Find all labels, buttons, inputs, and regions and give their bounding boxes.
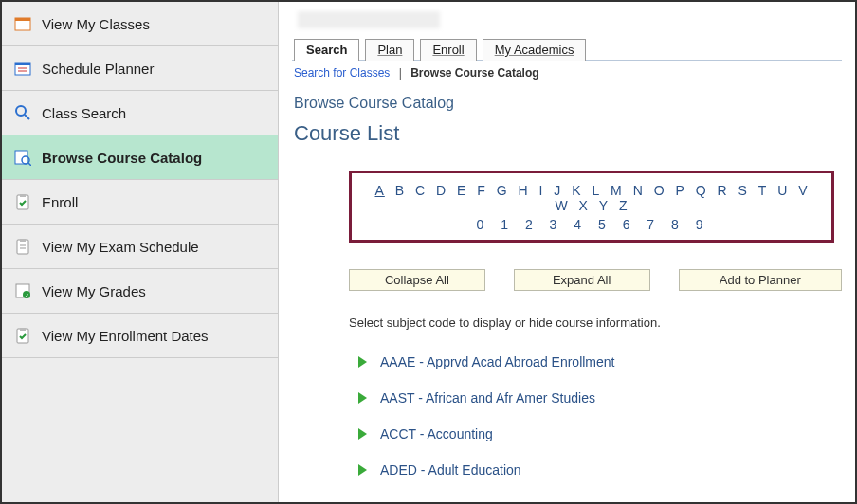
alpha-letter-Y[interactable]: Y [596, 198, 611, 213]
alpha-letter-X[interactable]: X [576, 198, 592, 213]
grades-icon: ✓ [13, 281, 32, 300]
alpha-letter-M[interactable]: M [608, 183, 626, 198]
svg-rect-20 [17, 329, 28, 343]
subject-row: AAST - African and Afr Amer Studies [358, 390, 842, 405]
subject-row: ADED - Adult Education [358, 462, 842, 477]
alpha-digit-7[interactable]: 7 [644, 217, 661, 232]
calendar-icon [13, 14, 32, 33]
sidebar-item-enroll[interactable]: Enroll [2, 180, 278, 225]
expand-triangle-icon[interactable] [358, 356, 367, 368]
svg-rect-14 [20, 239, 26, 242]
expand-triangle-icon[interactable] [358, 392, 367, 404]
sidebar-item-label: View My Grades [42, 283, 146, 299]
alpha-letter-W[interactable]: W [552, 198, 571, 213]
sidebar-item-view-my-grades[interactable]: ✓View My Grades [2, 269, 278, 314]
svg-rect-1 [15, 18, 30, 21]
alpha-digit-8[interactable]: 8 [668, 217, 685, 232]
alpha-digits: 0 1 2 3 4 5 6 7 8 9 [363, 217, 820, 232]
alpha-letter-B[interactable]: B [392, 183, 408, 198]
sidebar-item-label: Enroll [42, 194, 78, 210]
svg-rect-21 [20, 328, 26, 331]
alpha-digit-5[interactable]: 5 [595, 217, 612, 232]
alpha-letter-K[interactable]: K [569, 183, 584, 198]
subject-link[interactable]: ACCT - Accounting [380, 426, 493, 441]
svg-line-10 [28, 163, 31, 166]
clipboard-icon [13, 237, 32, 256]
sidebar-item-label: Browse Course Catalog [42, 150, 202, 166]
add-to-planner-button[interactable]: Add to Planner [679, 269, 842, 291]
alpha-digit-1[interactable]: 1 [498, 217, 515, 232]
sidebar-item-schedule-planner[interactable]: Schedule Planner [2, 46, 278, 91]
breadcrumb-current: Browse Course Catalog [410, 66, 538, 80]
student-name-redacted [298, 11, 440, 28]
alpha-letter-Q[interactable]: Q [693, 183, 710, 198]
alpha-digit-6[interactable]: 6 [620, 217, 637, 232]
subject-link[interactable]: AAST - African and Afr Amer Studies [380, 390, 595, 405]
subject-link[interactable]: AAAE - Apprvd Acad Abroad Enrollment [380, 354, 614, 369]
svg-rect-3 [15, 63, 30, 65]
alpha-letter-O[interactable]: O [651, 183, 668, 198]
svg-rect-12 [20, 194, 26, 197]
tab-plan[interactable]: Plan [365, 39, 414, 61]
sidebar-item-class-search[interactable]: Class Search [2, 91, 278, 135]
alpha-digit-4[interactable]: 4 [571, 217, 588, 232]
sidebar-item-view-my-exam-schedule[interactable]: View My Exam Schedule [2, 225, 278, 269]
tab-my-academics[interactable]: My Academics [483, 39, 587, 61]
alpha-letter-C[interactable]: C [412, 183, 428, 198]
subject-list: AAAE - Apprvd Acad Abroad EnrollmentAAST… [358, 354, 842, 477]
sidebar: View My ClassesSchedule PlannerClass Sea… [2, 2, 279, 502]
alpha-letter-F[interactable]: F [474, 183, 489, 198]
sidebar-item-label: View My Classes [42, 16, 150, 32]
expand-triangle-icon[interactable] [358, 464, 367, 476]
main-content: SearchPlanEnrollMy Academics Search for … [279, 2, 855, 502]
sidebar-item-label: Schedule Planner [42, 61, 154, 77]
tab-enroll[interactable]: Enroll [420, 39, 476, 61]
alpha-letter-R[interactable]: R [714, 183, 730, 198]
svg-rect-13 [17, 240, 28, 254]
alpha-digit-2[interactable]: 2 [522, 217, 539, 232]
alpha-letter-S[interactable]: S [735, 183, 750, 198]
section-title: Browse Course Catalog [294, 95, 842, 112]
clipboard-check-icon [13, 192, 32, 211]
expand-triangle-icon[interactable] [358, 428, 367, 440]
alpha-letter-N[interactable]: N [630, 183, 647, 198]
planner-icon [13, 59, 32, 78]
catalog-icon [13, 148, 32, 167]
alpha-letter-A[interactable]: A [372, 183, 387, 198]
alpha-letter-J[interactable]: J [551, 183, 564, 198]
alpha-digit-9[interactable]: 9 [693, 217, 710, 232]
top-tabs: SearchPlanEnrollMy Academics [292, 38, 842, 61]
sidebar-item-label: View My Exam Schedule [42, 239, 199, 255]
sidebar-item-view-my-enrollment-dates[interactable]: View My Enrollment Dates [2, 314, 278, 358]
alpha-digit-0[interactable]: 0 [474, 217, 491, 232]
breadcrumb: Search for Classes | Browse Course Catal… [292, 63, 842, 89]
subject-row: ACCT - Accounting [358, 426, 842, 441]
alpha-digit-3[interactable]: 3 [547, 217, 564, 232]
svg-rect-11 [17, 195, 28, 209]
breadcrumb-link[interactable]: Search for Classes [294, 66, 390, 80]
page-title: Course List [294, 121, 842, 146]
tab-search[interactable]: Search [294, 39, 359, 61]
svg-text:✓: ✓ [25, 293, 29, 298]
alpha-letter-T[interactable]: T [756, 183, 771, 198]
alpha-letter-I[interactable]: I [536, 183, 546, 198]
collapse-all-button[interactable]: Collapse All [349, 269, 485, 291]
expand-all-button[interactable]: Expand All [514, 269, 650, 291]
clipboard-check-icon [13, 326, 32, 345]
alpha-letter-L[interactable]: L [589, 183, 603, 198]
sidebar-item-browse-course-catalog[interactable]: Browse Course Catalog [2, 135, 278, 180]
alpha-letter-P[interactable]: P [672, 183, 687, 198]
breadcrumb-separator: | [399, 66, 402, 80]
alpha-letter-V[interactable]: V [795, 183, 811, 198]
sidebar-item-view-my-classes[interactable]: View My Classes [2, 2, 278, 46]
alpha-letter-E[interactable]: E [454, 183, 469, 198]
alpha-letter-G[interactable]: G [494, 183, 511, 198]
alpha-letter-H[interactable]: H [515, 183, 531, 198]
subject-link[interactable]: ADED - Adult Education [380, 462, 521, 477]
sidebar-item-label: View My Enrollment Dates [42, 328, 209, 344]
alpha-letter-Z[interactable]: Z [616, 198, 631, 213]
svg-point-6 [16, 106, 26, 116]
alpha-letter-D[interactable]: D [433, 183, 449, 198]
alpha-letter-U[interactable]: U [775, 183, 791, 198]
svg-line-7 [25, 115, 29, 119]
